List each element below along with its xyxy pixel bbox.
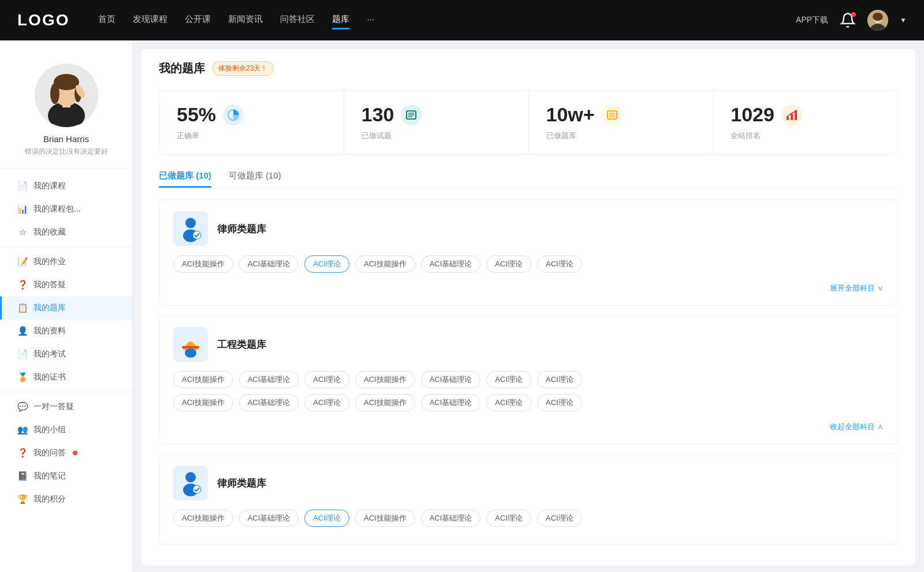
sidebar-label-my-courses: 我的课程: [33, 181, 66, 191]
tag-law2-aci-theory-active[interactable]: ACI理论: [304, 510, 349, 527]
stat-done-questions-label: 已做试题: [362, 131, 511, 141]
tag-aci-basic-theory-2[interactable]: ACI基础理论: [421, 255, 481, 273]
expand-lawyer-tags[interactable]: 展开全部科目 ∨: [173, 278, 884, 294]
profile-icon: 👤: [17, 326, 28, 336]
nav-home[interactable]: 首页: [98, 11, 116, 29]
stat-done-banks: 10w+ 已做题库: [529, 91, 714, 154]
sidebar-label-notes: 我的笔记: [33, 471, 66, 481]
nav-more[interactable]: ···: [367, 11, 374, 29]
1on1-icon: 💬: [17, 402, 28, 412]
tag-eng-aci-skill-op-4[interactable]: ACI技能操作: [355, 394, 415, 411]
tag-eng-aci-theory-3[interactable]: ACI理论: [537, 371, 582, 388]
svg-point-32: [185, 348, 196, 358]
tag-aci-theory-active-1[interactable]: ACI理论: [304, 255, 349, 273]
tag-law2-aci-basic-2[interactable]: ACI基础理论: [421, 510, 481, 527]
sidebar-item-certificate[interactable]: 🏅 我的证书: [0, 366, 132, 389]
tag-eng-aci-theory-2[interactable]: ACI理论: [486, 371, 531, 388]
navbar: LOGO 首页 发现课程 公开课 新闻资讯 问答社区 题库 ··· APP下载: [0, 0, 924, 40]
stat-rank-icon: [781, 105, 802, 125]
sidebar: Brian Harris 错误的决定比没有决定要好 📄 我的课程 📊 我的课程包…: [0, 40, 133, 572]
nav-question-bank[interactable]: 题库: [332, 11, 349, 29]
bank-card-lawyer-2-icon: [173, 466, 208, 500]
stat-done-questions-top: 130: [362, 103, 511, 126]
bank-card-engineering-title: 工程类题库: [217, 338, 266, 351]
tag-aci-theory-2[interactable]: ACI理论: [537, 255, 582, 273]
bank-card-lawyer: 律师类题库 ACI技能操作 ACI基础理论 ACI理论 ACI技能操作 ACI基…: [159, 199, 898, 306]
svg-point-9: [50, 83, 59, 104]
tabs-row: 已做题库 (10) 可做题库 (10): [159, 170, 898, 188]
nav-discover[interactable]: 发现课程: [133, 11, 167, 29]
tag-eng-aci-skill-op-3[interactable]: ACI技能操作: [173, 394, 233, 411]
svg-point-12: [69, 92, 73, 95]
tag-eng-aci-skill-op-2[interactable]: ACI技能操作: [355, 371, 415, 388]
page-header: 我的题库 体验剩余23天！: [159, 61, 898, 76]
tag-eng-aci-basic-1[interactable]: ACI基础理论: [239, 371, 299, 388]
stat-rank-value: 1029: [731, 103, 774, 126]
tag-eng-aci-basic-3[interactable]: ACI基础理论: [239, 394, 299, 411]
tag-aci-skill-op-2[interactable]: ACI技能操作: [355, 255, 415, 273]
tag-eng-aci-theory-4[interactable]: ACI理论: [304, 394, 349, 411]
tag-eng-aci-theory-5[interactable]: ACI理论: [486, 394, 531, 411]
tag-law2-aci-skill-op-1[interactable]: ACI技能操作: [173, 510, 233, 527]
sidebar-item-question-bank[interactable]: 📋 我的题库: [0, 296, 132, 320]
sidebar-item-homework[interactable]: 📝 我的作业: [0, 250, 132, 273]
sidebar-item-profile[interactable]: 👤 我的资料: [0, 320, 132, 343]
sidebar-item-1on1[interactable]: 💬 一对一答疑: [0, 395, 132, 418]
bank-card-engineering-icon: [173, 327, 208, 362]
sidebar-label-qa: 我的答疑: [33, 280, 66, 290]
stat-done-banks-value: 10w+: [546, 103, 595, 126]
collapse-engineering-tags[interactable]: 收起全部科目 ∧: [173, 417, 884, 432]
tag-aci-basic-theory-1[interactable]: ACI基础理论: [239, 255, 299, 273]
sidebar-item-my-courses[interactable]: 📄 我的课程: [0, 174, 132, 198]
tab-done-banks[interactable]: 已做题库 (10): [159, 170, 211, 187]
sidebar-item-notes[interactable]: 📓 我的笔记: [0, 465, 132, 488]
sidebar-label-questions: 我的问答: [33, 448, 66, 458]
bank-card-engineering: 工程类题库 ACI技能操作 ACI基础理论 ACI理论 ACI技能操作 ACI基…: [159, 315, 898, 444]
bank-card-lawyer-tags: ACI技能操作 ACI基础理论 ACI理论 ACI技能操作 ACI基础理论 AC…: [173, 255, 884, 273]
sidebar-item-course-packages[interactable]: 📊 我的课程包...: [0, 198, 132, 221]
sidebar-label-points: 我的积分: [33, 494, 66, 504]
sidebar-item-favorites[interactable]: ☆ 我的收藏: [0, 221, 132, 244]
sidebar-item-qa[interactable]: ❓ 我的答疑: [0, 273, 132, 296]
sidebar-item-questions[interactable]: ❓ 我的问答: [0, 441, 132, 465]
stat-done-questions-icon: [401, 105, 422, 125]
tag-eng-aci-basic-4[interactable]: ACI基础理论: [421, 394, 481, 411]
svg-point-33: [185, 472, 196, 482]
bank-card-lawyer-title: 律师类题库: [217, 222, 266, 236]
app-download-link[interactable]: APP下载: [796, 15, 828, 25]
tag-eng-aci-skill-op-1[interactable]: ACI技能操作: [173, 371, 233, 388]
stat-accuracy-icon: [223, 105, 244, 125]
bank-card-lawyer-header: 律师类题库: [173, 211, 884, 246]
nav-news[interactable]: 新闻资讯: [228, 11, 263, 29]
user-avatar[interactable]: [867, 10, 888, 31]
svg-point-11: [60, 92, 64, 95]
profile-slogan: 错误的决定比没有决定要好: [25, 147, 108, 157]
nav-qa[interactable]: 问答社区: [280, 11, 315, 29]
stat-done-questions: 130 已做试题: [344, 91, 529, 154]
tag-eng-aci-theory-6[interactable]: ACI理论: [537, 394, 582, 411]
sidebar-item-points[interactable]: 🏆 我的积分: [0, 488, 132, 511]
sidebar-label-exam: 我的考试: [33, 349, 66, 359]
tag-aci-theory-1[interactable]: ACI理论: [486, 255, 531, 273]
sidebar-label-question-bank: 我的题库: [33, 303, 66, 313]
favorites-icon: ☆: [17, 227, 28, 237]
notification-bell[interactable]: [840, 12, 856, 28]
sidebar-item-exam[interactable]: 📄 我的考试: [0, 343, 132, 366]
tag-eng-aci-theory-1[interactable]: ACI理论: [304, 371, 349, 388]
tag-eng-aci-basic-2[interactable]: ACI基础理论: [421, 371, 481, 388]
stat-done-banks-top: 10w+: [546, 103, 696, 126]
question-bank-icon: 📋: [17, 303, 28, 313]
tag-aci-skill-op-1[interactable]: ACI技能操作: [173, 255, 233, 273]
tag-law2-aci-skill-op-2[interactable]: ACI技能操作: [355, 510, 415, 527]
tag-law2-aci-basic-1[interactable]: ACI基础理论: [239, 510, 299, 527]
stat-accuracy-label: 正确率: [177, 131, 326, 141]
tab-available-banks[interactable]: 可做题库 (10): [229, 170, 281, 187]
nav-open-course[interactable]: 公开课: [185, 11, 211, 29]
user-menu-chevron[interactable]: ▼: [900, 16, 907, 24]
certificate-icon: 🏅: [17, 372, 28, 382]
main-content: 我的题库 体验剩余23天！ 55% 正确率: [141, 49, 915, 566]
points-icon: 🏆: [17, 494, 28, 504]
sidebar-item-groups[interactable]: 👥 我的小组: [0, 418, 132, 441]
tag-law2-aci-theory-2[interactable]: ACI理论: [537, 510, 582, 527]
tag-law2-aci-theory-1[interactable]: ACI理论: [486, 510, 531, 527]
